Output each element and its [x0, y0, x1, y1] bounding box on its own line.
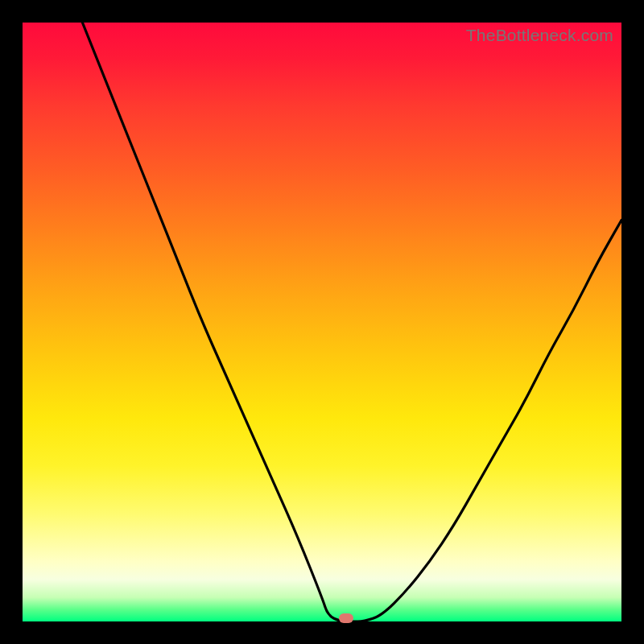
curve-path	[82, 23, 621, 621]
bottleneck-curve	[23, 23, 621, 621]
optimum-marker	[339, 613, 353, 623]
plot-area: TheBottleneck.com	[23, 23, 621, 621]
chart-frame: TheBottleneck.com	[0, 0, 644, 644]
